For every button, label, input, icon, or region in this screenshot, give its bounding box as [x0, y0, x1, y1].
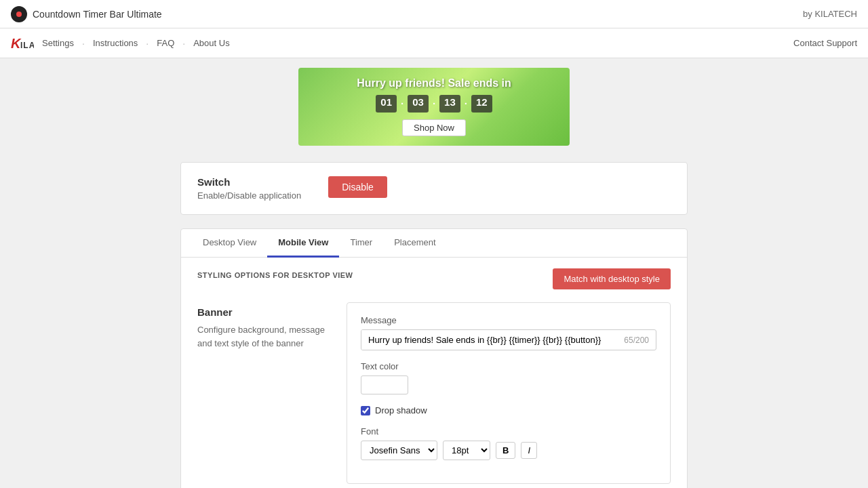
timer-sep-1: ·: [401, 95, 403, 113]
message-input[interactable]: [361, 330, 617, 350]
font-family-select[interactable]: Josefin Sans Arial Georgia Verdana: [361, 441, 437, 460]
svg-point-2: [18, 13, 20, 14]
options-right: Message 65/200 Text color: [347, 302, 671, 484]
kilatech-logo-svg: K ILATECH: [11, 36, 34, 51]
options-left: Banner Configure background, message and…: [197, 302, 333, 484]
tab-placement[interactable]: Placement: [383, 229, 446, 258]
drop-shadow-field-group: Drop shadow: [361, 405, 656, 415]
switch-title: Switch: [197, 176, 301, 188]
top-bar-left: Countdown Timer Bar Ultimate: [11, 6, 162, 22]
font-italic-button[interactable]: I: [521, 442, 537, 459]
nav-settings[interactable]: Settings: [42, 38, 74, 48]
font-bold-button[interactable]: B: [496, 442, 515, 459]
app-icon: [11, 6, 27, 22]
banner-timer: 01 · 03 · 13 · 12: [312, 95, 556, 113]
timer-seconds1: 13: [439, 95, 460, 113]
message-field-group: Message 65/200: [361, 315, 656, 350]
tabs-body: STYLING OPTIONS FOR DESKTOP VIEW Match w…: [181, 258, 687, 488]
nav-instructions[interactable]: Instructions: [93, 38, 138, 48]
switch-section: Switch Enable/Disable application Disabl…: [180, 162, 688, 215]
message-counter: 65/200: [617, 331, 656, 350]
main-content: Switch Enable/Disable application Disabl…: [170, 155, 698, 488]
app-title: Countdown Timer Bar Ultimate: [33, 9, 162, 20]
nav-about[interactable]: About Us: [193, 38, 229, 48]
switch-label-group: Switch Enable/Disable application: [197, 176, 301, 201]
tabs-panel: Desktop View Mobile View Timer Placement…: [180, 228, 688, 488]
banner-shop-now-button[interactable]: Shop Now: [402, 119, 466, 136]
timer-sep-3: ·: [465, 95, 467, 113]
kilatech-logo[interactable]: K ILATECH: [11, 36, 34, 51]
nav-faq[interactable]: FAQ: [157, 38, 174, 48]
styling-options-title: STYLING OPTIONS FOR DESKTOP VIEW: [197, 271, 353, 279]
drop-shadow-row: Drop shadow: [361, 405, 656, 415]
banner-preview: Hurry up friends! Sale ends in 01 · 03 ·…: [298, 68, 570, 146]
font-label: Font: [361, 426, 656, 436]
nav-sep-1: ·: [82, 38, 85, 49]
font-field-group: Font Josefin Sans Arial Georgia Verdana …: [361, 426, 656, 460]
match-desktop-button[interactable]: Match with desktop style: [553, 268, 671, 289]
tab-timer[interactable]: Timer: [339, 229, 383, 258]
banner-section-desc: Configure background, message and text s…: [197, 323, 333, 350]
text-color-field-group: Text color: [361, 361, 656, 394]
svg-point-0: [15, 10, 23, 18]
nav-sep-3: ·: [182, 38, 185, 49]
svg-text:ILATECH: ILATECH: [20, 41, 34, 50]
font-row: Josefin Sans Arial Georgia Verdana 14pt …: [361, 441, 656, 460]
tabs-header: Desktop View Mobile View Timer Placement: [181, 229, 687, 258]
tab-mobile-view[interactable]: Mobile View: [267, 229, 339, 258]
timer-seconds2: 12: [471, 95, 492, 113]
timer-hours: 01: [376, 95, 397, 113]
font-size-select[interactable]: 14pt 16pt 18pt 20pt: [443, 441, 490, 460]
disable-button[interactable]: Disable: [328, 176, 387, 198]
text-color-swatch[interactable]: [361, 375, 408, 394]
drop-shadow-label: Drop shadow: [375, 405, 427, 415]
svg-point-1: [17, 12, 21, 16]
timer-sep-2: ·: [433, 95, 435, 113]
message-row: 65/200: [361, 329, 656, 350]
timer-minutes: 03: [408, 95, 429, 113]
top-bar: Countdown Timer Bar Ultimate by KILATECH: [0, 0, 868, 28]
message-label: Message: [361, 315, 656, 325]
nav-sep-2: ·: [146, 38, 149, 49]
options-layout: Banner Configure background, message and…: [197, 296, 671, 484]
nav-left: K ILATECH Settings · Instructions · FAQ …: [11, 36, 230, 51]
banner-section-title: Banner: [197, 306, 333, 318]
drop-shadow-checkbox[interactable]: [361, 406, 370, 415]
tab-desktop-view[interactable]: Desktop View: [192, 229, 267, 258]
switch-description: Enable/Disable application: [197, 190, 301, 201]
by-kilatech: by KILATECH: [803, 9, 857, 19]
banner-preview-text: Hurry up friends! Sale ends in: [312, 77, 556, 89]
nav-bar: K ILATECH Settings · Instructions · FAQ …: [0, 28, 868, 58]
styling-header: STYLING OPTIONS FOR DESKTOP VIEW Match w…: [197, 271, 671, 290]
contact-support-link[interactable]: Contact Support: [793, 38, 857, 48]
text-color-label: Text color: [361, 361, 656, 371]
